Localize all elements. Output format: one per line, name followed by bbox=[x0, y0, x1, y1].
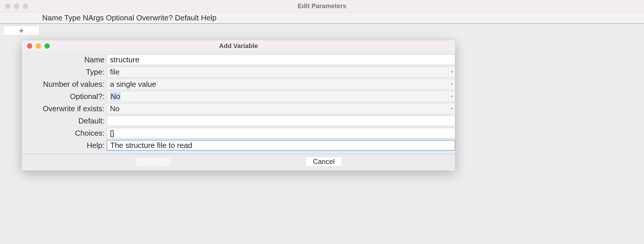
add-button[interactable]: + bbox=[3, 26, 40, 36]
plus-icon: + bbox=[19, 26, 23, 35]
ok-button[interactable]: OK bbox=[135, 157, 172, 167]
overwrite-value: No bbox=[110, 104, 120, 113]
chevron-down-icon[interactable] bbox=[448, 67, 455, 77]
minimize-icon[interactable] bbox=[14, 3, 19, 9]
cancel-label: Cancel bbox=[313, 158, 335, 166]
close-icon[interactable] bbox=[27, 43, 32, 49]
modal-title: Add Variable bbox=[22, 42, 455, 50]
zoom-icon[interactable] bbox=[45, 43, 50, 49]
chevron-down-icon[interactable] bbox=[448, 79, 455, 89]
form: Name Type: file Number of values: a sing… bbox=[22, 52, 455, 151]
type-label: Type: bbox=[22, 68, 107, 77]
overwrite-label: Overwrite if exists: bbox=[22, 104, 107, 113]
modal-titlebar: Add Variable bbox=[22, 40, 455, 52]
zoom-icon[interactable] bbox=[23, 3, 28, 9]
choices-input[interactable] bbox=[107, 128, 455, 138]
add-variable-dialog: Add Variable Name Type: file Number of v… bbox=[22, 40, 455, 171]
parent-traffic-lights bbox=[0, 3, 28, 9]
minimize-icon[interactable] bbox=[36, 43, 41, 49]
parent-titlebar: Edit Parameters bbox=[0, 0, 644, 12]
type-combo[interactable]: file bbox=[107, 67, 455, 77]
default-label: Default: bbox=[22, 116, 107, 125]
optional-combo[interactable]: No bbox=[107, 91, 455, 102]
ok-label: OK bbox=[148, 158, 159, 166]
nvalues-label: Number of values: bbox=[22, 80, 107, 89]
name-label: Name bbox=[22, 55, 107, 64]
choices-label: Choices: bbox=[22, 129, 107, 138]
optional-label: Optional?: bbox=[22, 92, 107, 101]
chevron-down-icon[interactable] bbox=[448, 91, 455, 101]
help-input[interactable] bbox=[107, 140, 455, 151]
modal-traffic-lights bbox=[22, 43, 50, 49]
default-input[interactable] bbox=[107, 116, 455, 126]
nvalues-combo[interactable]: a single value bbox=[107, 79, 455, 89]
parent-window-title: Edit Parameters bbox=[0, 2, 644, 10]
help-label: Help: bbox=[22, 141, 107, 150]
columns-header: Name Type NArgs Optional Overwrite? Defa… bbox=[0, 12, 644, 24]
nvalues-value: a single value bbox=[110, 80, 156, 89]
name-input[interactable] bbox=[107, 54, 455, 65]
overwrite-combo[interactable]: No bbox=[107, 103, 455, 114]
chevron-down-icon[interactable] bbox=[448, 104, 455, 114]
button-row: OK Cancel bbox=[22, 154, 455, 171]
cancel-button[interactable]: Cancel bbox=[305, 157, 342, 167]
close-icon[interactable] bbox=[5, 3, 10, 9]
optional-value: No bbox=[110, 92, 121, 101]
type-value: file bbox=[110, 68, 120, 77]
